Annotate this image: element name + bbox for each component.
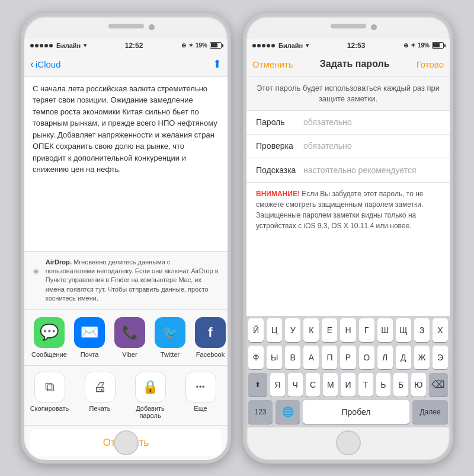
key-R[interactable]: Р — [340, 346, 356, 369]
hint-input[interactable]: настоятельно рекомендуется — [303, 165, 440, 175]
phone2-carrier: Билайн — [278, 42, 303, 49]
key-space[interactable]: Пробел — [303, 400, 409, 424]
svg-point-3 — [36, 271, 37, 272]
share-actions-row: ⧉ Скопировать 🖨 Печать 🔒 Добавить пароль… — [24, 366, 228, 426]
key-CH[interactable]: Ч — [288, 373, 303, 397]
password-label: Пароль — [256, 117, 303, 127]
twitter-icon: 🐦 — [155, 317, 185, 348]
mail-icon: ✉️ — [74, 317, 105, 348]
phone1-status-bar: Билайн ▾ 12:52 ⊕ ✶ 19% — [24, 39, 228, 52]
key-S[interactable]: С — [306, 373, 321, 397]
key-shift[interactable]: ⬆ — [248, 373, 267, 397]
phone1: Билайн ▾ 12:52 ⊕ ✶ 19% ‹ iCloud ⬆ С на — [21, 13, 231, 464]
key-M[interactable]: М — [323, 373, 338, 397]
key-Y[interactable]: Й — [248, 318, 264, 342]
delete-key[interactable]: ⌫ — [429, 373, 448, 397]
keyboard: Й Ц У К Е Н Г Ш Щ З Х Ф Ы В А П Р О — [246, 316, 450, 427]
key-U[interactable]: У — [285, 318, 300, 342]
key-TS[interactable]: Ц — [267, 318, 282, 342]
share-sheet: AirDrop. Мгновенно делитесь данными с по… — [24, 251, 228, 427]
key-SCH[interactable]: Щ — [396, 318, 411, 342]
key-YA[interactable]: Я — [270, 373, 285, 397]
key-L[interactable]: Л — [377, 346, 393, 369]
share-action-password[interactable]: 🔒 Добавить пароль — [125, 372, 175, 419]
key-SOFT[interactable]: Ь — [376, 373, 391, 397]
viber-icon: 📞 — [114, 317, 145, 348]
key-O[interactable]: О — [359, 346, 374, 369]
print-icon: 🖨 — [85, 372, 116, 402]
key-F[interactable]: Ф — [248, 346, 264, 369]
share-action-copy[interactable]: ⧉ Скопировать — [24, 372, 75, 419]
password-title: Задать пароль — [320, 59, 390, 69]
key-A[interactable]: А — [303, 346, 319, 369]
phone1-battery-icon — [210, 42, 222, 49]
phone2-time: 12:53 — [347, 41, 366, 50]
airdrop-icon — [33, 258, 40, 285]
key-SH[interactable]: Ш — [377, 318, 393, 342]
share-app-viber[interactable]: 📞 Viber — [110, 317, 150, 358]
key-G[interactable]: Г — [359, 318, 374, 342]
share-action-more[interactable]: ••• Еще — [175, 372, 226, 419]
copy-label: Скопировать — [30, 405, 69, 412]
verify-label: Проверка — [256, 141, 303, 151]
key-P[interactable]: П — [322, 346, 337, 369]
key-E[interactable]: Е — [322, 318, 337, 342]
share-apps-row: 💬 Сообщение ✉️ Почта 📞 Viber — [24, 310, 228, 366]
facebook-icon: f — [195, 317, 226, 348]
key-globe[interactable]: 🌐 — [276, 400, 300, 424]
bluetooth-icon: ✶ — [188, 42, 193, 49]
facebook-label: Facebook — [196, 351, 225, 358]
key-K[interactable]: К — [303, 318, 319, 342]
share-app-facebook[interactable]: f Facebook — [190, 317, 228, 358]
password-field-row-3: Подсказка настоятельно рекомендуется — [246, 158, 450, 182]
back-chevron-icon: ‹ — [30, 58, 34, 71]
more-icon: ••• — [185, 372, 216, 402]
phone2: Билайн ▾ 12:53 ⊕ ✶ 19% Отменить Задать п… — [243, 13, 453, 464]
key-ZH[interactable]: Ж — [414, 346, 430, 369]
phone2-wifi-icon: ▾ — [306, 42, 309, 49]
key-I[interactable]: И — [341, 373, 356, 397]
print-label: Печать — [89, 405, 110, 412]
password-hint-text: Этот пароль будет использоваться каждый … — [257, 84, 440, 103]
key-EH[interactable]: Э — [433, 346, 448, 369]
share-app-messages[interactable]: 💬 Сообщение — [29, 317, 69, 358]
phone2-home-button[interactable] — [336, 430, 361, 455]
share-app-twitter[interactable]: 🐦 Twitter — [150, 317, 190, 358]
key-YU[interactable]: Ю — [411, 373, 426, 397]
share-app-mail[interactable]: ✉️ Почта — [69, 317, 110, 358]
phone1-carrier: Билайн — [56, 42, 81, 49]
warning-title: ВНИМАНИЕ! — [256, 190, 300, 198]
phone2-carrier-signal: Билайн ▾ — [252, 42, 309, 49]
key-D[interactable]: Д — [396, 346, 411, 369]
key-Z[interactable]: З — [414, 318, 430, 342]
password-cancel-button[interactable]: Отменить — [252, 59, 293, 69]
airdrop-description: Мгновенно делитесь данными с пользовател… — [46, 258, 219, 302]
phone1-home-button[interactable] — [114, 430, 139, 455]
airdrop-text: AirDrop. Мгновенно делитесь данными с по… — [46, 258, 219, 304]
share-action-print[interactable]: 🖨 Печать — [75, 372, 125, 419]
keyboard-row-1: Й Ц У К Е Н Г Ш Щ З Х — [246, 316, 450, 343]
key-numbers[interactable]: 123 — [248, 400, 273, 424]
verify-input[interactable]: обязательно — [303, 141, 440, 151]
phone1-navbar: ‹ iCloud ⬆ — [24, 52, 228, 77]
key-Y2[interactable]: Ы — [267, 346, 282, 369]
airdrop-section: AirDrop. Мгновенно делитесь данными с по… — [24, 252, 228, 310]
key-V[interactable]: В — [285, 346, 300, 369]
mail-label: Почта — [81, 351, 99, 358]
phone1-back-button[interactable]: ‹ iCloud — [30, 58, 61, 71]
phone2-status-right: ⊕ ✶ 19% — [403, 42, 444, 49]
warning-box: ВНИМАНИЕ! Если Вы забудете этот пароль, … — [246, 183, 450, 237]
key-KH[interactable]: Х — [433, 318, 448, 342]
phone1-share-icon[interactable]: ⬆ — [213, 57, 222, 71]
password-input[interactable]: обязательно — [303, 117, 440, 127]
viber-label: Viber — [122, 351, 137, 358]
password-done-button[interactable]: Готово — [417, 59, 444, 69]
copy-icon: ⧉ — [34, 372, 65, 402]
password-nav: Отменить Задать пароль Готово — [246, 52, 450, 77]
key-B[interactable]: Б — [393, 373, 408, 397]
airdrop-title: AirDrop. — [46, 258, 72, 266]
key-N[interactable]: Н — [340, 318, 356, 342]
key-next[interactable]: Далее — [412, 400, 448, 424]
wifi-icon: ▾ — [84, 42, 87, 49]
key-T[interactable]: Т — [358, 373, 373, 397]
